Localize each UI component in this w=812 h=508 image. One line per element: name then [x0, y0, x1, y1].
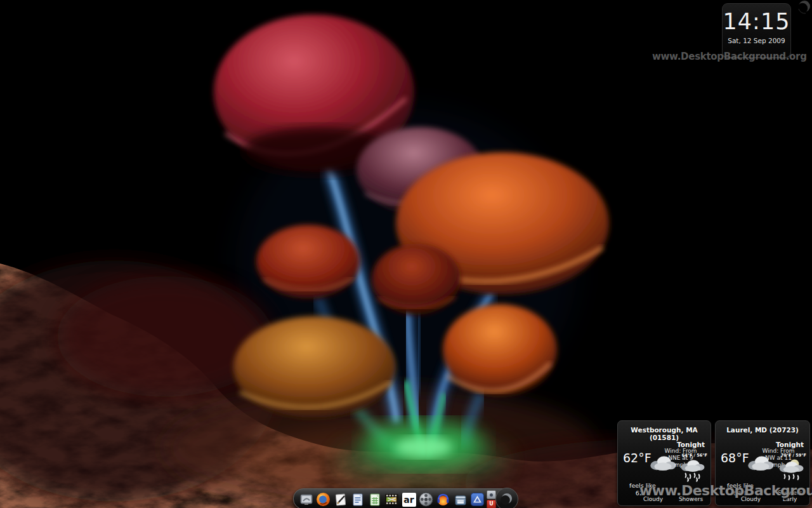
dock-item-camera-utility[interactable] [487, 490, 496, 499]
clock-widget[interactable]: 14:15 Sat, 12 Sep 2009 [722, 3, 791, 58]
night-showers-icon [778, 459, 806, 483]
forecast-temps: 64°F / 56°F [682, 453, 707, 458]
watermark-bottom: www.DesktopBackground.org [639, 483, 812, 498]
clock-time: 14:15 [723, 9, 790, 34]
forecast-temps: 70°F / 59°F [781, 453, 806, 458]
film-reel-icon [419, 492, 433, 507]
dock-item-file-box[interactable] [452, 491, 468, 507]
triangle-app-icon [470, 492, 485, 507]
watermark-top: www.DesktopBackground.org [652, 51, 807, 62]
dock-item-firefox[interactable] [315, 491, 331, 507]
camera-utility-icon [490, 493, 493, 497]
dock-item-video-editor[interactable] [384, 491, 400, 507]
current-temp: 68°F [721, 451, 749, 465]
desktop: 14:15 Sat, 12 Sep 2009 www.DesktopBackgr… [0, 0, 812, 508]
file-box-icon [454, 493, 468, 507]
text-editor-icon [334, 493, 348, 507]
ar-app-label: ar [403, 495, 414, 505]
clock-date: Sat, 12 Sep 2009 [723, 37, 790, 44]
dock-panel[interactable]: ar [293, 488, 515, 508]
weather-location: Westborough, MA (01581) [618, 426, 710, 441]
audio-player-icon [436, 492, 450, 507]
dock-item-audio-player[interactable] [435, 491, 451, 507]
dock-item-show-desktop[interactable] [298, 491, 314, 507]
update-shield-icon: U [489, 502, 494, 507]
dock-item-ar-app[interactable]: ar [401, 491, 417, 507]
dock-item-text-editor[interactable] [332, 491, 348, 507]
video-editor-icon [384, 493, 399, 506]
weather-location: Laurel, MD (20723) [716, 426, 809, 434]
dock-cashew-button[interactable] [495, 488, 518, 508]
calc-spreadsheet-icon [368, 493, 382, 507]
dock-icon-row: ar [298, 490, 497, 508]
showers-icon [679, 459, 707, 483]
plasma-cashew-button[interactable] [797, 0, 812, 15]
cashew-icon [797, 0, 812, 15]
dock-item-calc-spreadsheet[interactable] [367, 491, 383, 507]
dock-cashew-icon [500, 492, 514, 506]
writer-document-icon [351, 493, 365, 507]
dock-item-update-shield[interactable]: U [487, 500, 496, 508]
dock-item-film-reel[interactable] [418, 491, 434, 507]
dock-item-writer-document[interactable] [350, 491, 365, 507]
show-desktop-icon [299, 493, 313, 507]
current-temp: 62°F [623, 451, 652, 465]
ar-app-icon: ar [402, 493, 416, 507]
firefox-icon [316, 492, 331, 507]
dock-item-triangle-app[interactable] [469, 491, 485, 507]
